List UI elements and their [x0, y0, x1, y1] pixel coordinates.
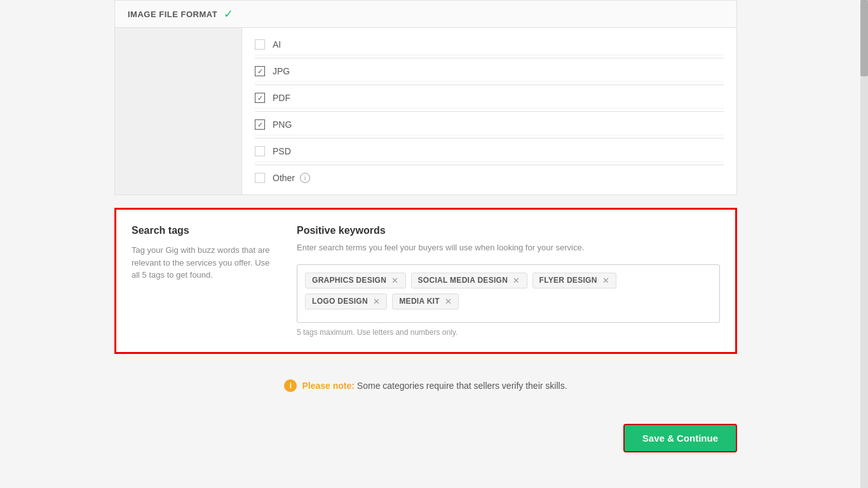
format-option-png: PNG: [255, 114, 724, 135]
tag-flyer-design: FLYER DESIGN ✕: [532, 273, 617, 288]
please-note-body: Some categories require that sellers ver…: [357, 381, 567, 391]
checkbox-other[interactable]: [255, 173, 265, 183]
format-label-other: Other: [273, 173, 295, 183]
tag-graphics-design: GRAPHICS DESIGN ✕: [305, 273, 406, 288]
image-format-header: IMAGE FILE FORMAT ✓: [115, 1, 736, 28]
footer-actions: Save & Continue: [114, 417, 737, 459]
tag-label: FLYER DESIGN: [539, 276, 597, 285]
other-info-icon[interactable]: i: [300, 173, 310, 183]
save-continue-button[interactable]: Save & Continue: [623, 424, 737, 452]
please-note-label: Please note:: [302, 381, 354, 391]
format-label-psd: PSD: [273, 146, 291, 156]
search-tags-title: Search tags: [132, 225, 271, 236]
tag-remove-social-media-design[interactable]: ✕: [513, 276, 520, 285]
image-format-title: IMAGE FILE FORMAT: [128, 10, 217, 19]
please-note-text: Please note: Some categories require tha…: [302, 381, 567, 391]
format-label-pdf: PDF: [273, 93, 290, 103]
tag-logo-design: LOGO DESIGN ✕: [305, 294, 387, 309]
check-icon: ✓: [224, 7, 233, 21]
tags-row-2: LOGO DESIGN ✕ MEDIA KIT ✕: [305, 294, 712, 309]
search-tags-description: Tag your Gig with buzz words that are re…: [132, 244, 271, 281]
tags-right: Positive keywords Enter search terms you…: [297, 225, 720, 337]
checkbox-png[interactable]: [255, 119, 265, 130]
tag-remove-graphics-design[interactable]: ✕: [391, 276, 398, 285]
tags-left: Search tags Tag your Gig with buzz words…: [132, 225, 271, 337]
please-note-section: i Please note: Some categories require t…: [114, 369, 737, 402]
search-tags-section: Search tags Tag your Gig with buzz words…: [114, 208, 737, 354]
format-option-jpg: JPG: [255, 61, 724, 82]
tags-input-area[interactable]: GRAPHICS DESIGN ✕ SOCIAL MEDIA DESIGN ✕ …: [297, 264, 720, 323]
tags-hint: 5 tags maximum. Use letters and numbers …: [297, 328, 720, 337]
positive-keywords-desc: Enter search terms you feel your buyers …: [297, 241, 720, 254]
tag-label: LOGO DESIGN: [312, 297, 368, 306]
format-content: AI JPG PDF: [115, 28, 736, 194]
checkbox-jpg[interactable]: [255, 66, 265, 76]
info-circle-icon: i: [284, 379, 297, 392]
checkbox-pdf[interactable]: [255, 93, 265, 103]
format-option-pdf: PDF: [255, 88, 724, 109]
positive-keywords-title: Positive keywords: [297, 225, 720, 236]
checkbox-ai[interactable]: [255, 39, 265, 50]
format-options: AI JPG PDF: [242, 28, 736, 194]
tag-label: MEDIA KIT: [399, 297, 440, 306]
tag-remove-flyer-design[interactable]: ✕: [602, 276, 609, 285]
tag-remove-media-kit[interactable]: ✕: [445, 297, 452, 306]
format-option-other: Other i: [255, 168, 724, 188]
format-option-psd: PSD: [255, 141, 724, 162]
format-preview: [115, 28, 242, 194]
format-option-ai: AI: [255, 34, 724, 55]
tags-row-1: GRAPHICS DESIGN ✕ SOCIAL MEDIA DESIGN ✕ …: [305, 273, 712, 288]
format-label-png: PNG: [273, 119, 292, 130]
tag-label: SOCIAL MEDIA DESIGN: [418, 276, 508, 285]
checkbox-psd[interactable]: [255, 146, 265, 156]
format-label-jpg: JPG: [273, 66, 290, 76]
image-file-format-section: IMAGE FILE FORMAT ✓ AI JPG: [114, 0, 737, 195]
scrollbar-thumb[interactable]: [860, 0, 868, 76]
scrollbar[interactable]: [860, 0, 868, 488]
tag-social-media-design: SOCIAL MEDIA DESIGN ✕: [411, 273, 527, 288]
tag-remove-logo-design[interactable]: ✕: [373, 297, 380, 306]
format-label-ai: AI: [273, 39, 281, 50]
tag-media-kit: MEDIA KIT ✕: [392, 294, 459, 309]
tag-label: GRAPHICS DESIGN: [312, 276, 386, 285]
